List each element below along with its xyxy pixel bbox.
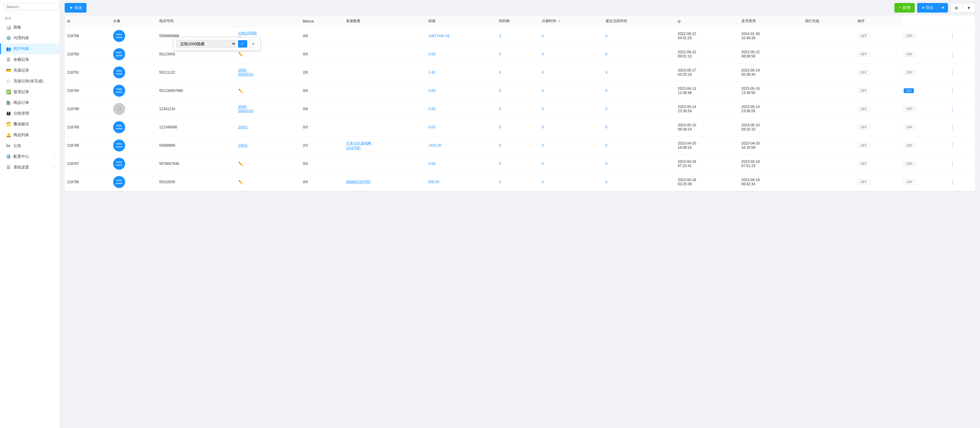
disabled-toggle[interactable]: OFF — [858, 70, 870, 75]
indirect-link[interactable]: 0 — [542, 52, 544, 56]
sidebar-item-product-order[interactable]: 🛍️ 商品订单 — [0, 97, 60, 108]
indirect-link[interactable]: 0 — [542, 162, 544, 166]
more-action-button[interactable]: ⋮ — [950, 142, 955, 149]
balance-link[interactable]: 10017445.43 — [428, 34, 449, 38]
indirect-link[interactable]: 0 — [542, 89, 544, 93]
indirect-link[interactable]: 0 — [542, 180, 544, 184]
direct-link[interactable]: 0 — [499, 125, 501, 129]
direct-link[interactable]: 3 — [499, 34, 501, 38]
balance-link[interactable]: 0.00 — [428, 89, 435, 93]
indirect2-link[interactable]: 0 — [606, 34, 608, 38]
filter-button[interactable]: ▼ 筛选 — [65, 3, 86, 13]
disabled-toggle[interactable]: OFF — [858, 143, 870, 148]
sidebar-item-recharge-incomplete[interactable]: □ 充值记录(未完成) — [0, 76, 60, 86]
table-view-button[interactable]: ⊞ — [950, 3, 963, 13]
disabled-toggle[interactable]: OFF — [858, 52, 870, 57]
line-link[interactable]: 200出 — [238, 125, 248, 129]
more-action-button[interactable]: ⋮ — [950, 69, 955, 76]
direct-link[interactable]: 0 — [499, 143, 501, 148]
indirect-link[interactable]: 0 — [542, 70, 544, 75]
indirect-link[interactable]: 0 — [542, 143, 544, 148]
sidebar-item-dashboard[interactable]: 📊 面板 — [0, 22, 60, 33]
force-charge-toggle[interactable]: OFF — [904, 33, 916, 38]
sidebar-item-system-settings[interactable]: ☰ 系统设置 ‹ — [0, 162, 60, 173]
disabled-toggle[interactable]: OFF — [858, 125, 870, 130]
table-view-dropdown-button[interactable]: ▼ — [963, 3, 975, 13]
indirect2-link[interactable]: 0 — [606, 52, 608, 56]
direct-link[interactable]: 0 — [499, 70, 501, 75]
more-action-button[interactable]: ⋮ — [950, 124, 955, 130]
disabled-toggle[interactable]: OFF — [858, 180, 870, 185]
force-charge-toggle[interactable]: OFF — [904, 125, 916, 130]
sidebar-item-group-management[interactable]: 👨‍👩‍👧 分组管理 — [0, 108, 60, 119]
force-charge-toggle[interactable]: OFF — [904, 52, 916, 57]
popup-confirm-button[interactable]: ✓ — [238, 40, 247, 48]
line-filter-select[interactable]: 总线1000隐藏 — [176, 40, 236, 48]
edit-line-icon[interactable]: ✏️ — [238, 162, 243, 166]
sidebar-item-recharge-record[interactable]: 💳 充值记录 — [0, 65, 60, 76]
balance-link[interactable]: 500.00 — [428, 180, 439, 184]
direct-link[interactable]: 0 — [499, 52, 501, 56]
indirect-link[interactable]: 0 — [542, 107, 544, 111]
disabled-toggle[interactable]: OFF — [858, 88, 870, 93]
balance-link[interactable]: 0.00 — [428, 162, 435, 166]
search-input[interactable] — [3, 3, 59, 11]
edit-line-icon[interactable]: ✏️ — [238, 52, 243, 57]
indirect2-link[interactable]: 0 — [606, 89, 608, 93]
export-button[interactable]: ➤ 导出 — [917, 3, 938, 13]
balance-link[interactable]: 1435.20 — [428, 143, 441, 148]
ref-link[interactable]: 天美社区源码网(218758) — [346, 141, 371, 150]
popup-cancel-button[interactable]: ✕ — [249, 40, 258, 48]
direct-link[interactable]: 0 — [499, 180, 501, 184]
more-action-button[interactable]: ⋮ — [950, 51, 955, 57]
force-charge-toggle[interactable]: OFF — [904, 180, 916, 185]
sidebar-item-stack-mode[interactable]: 🗂️ 叠加模式 — [0, 119, 60, 130]
sidebar-item-agent-list[interactable]: ⚙️ 代理列表 — [0, 33, 60, 43]
more-action-button[interactable]: ⋮ — [950, 33, 955, 39]
line-link[interactable]: 3000-5000SSS — [238, 68, 253, 76]
edit-line-icon[interactable]: ✏️ — [238, 180, 243, 185]
balance-link[interactable]: 0.00 — [428, 52, 435, 56]
line-link[interactable]: 3000-5000SSS — [238, 105, 253, 113]
disabled-toggle[interactable]: OFF — [858, 161, 870, 166]
balance-link[interactable]: 1.40 — [428, 70, 435, 75]
cell-phone: 12341234 — [157, 100, 236, 118]
user-icon: 👥 — [6, 46, 11, 51]
line-link[interactable]: 200出 — [238, 143, 248, 148]
sidebar-item-balance-record[interactable]: ☰ 余额记录 — [0, 54, 60, 65]
sort-reg-icon[interactable]: ⇅ — [558, 19, 560, 23]
force-charge-toggle[interactable]: ON — [904, 88, 914, 93]
indirect2-link[interactable]: 0 — [606, 107, 608, 111]
more-action-button[interactable]: ⋮ — [950, 161, 955, 167]
more-action-button[interactable]: ⋮ — [950, 106, 955, 112]
force-charge-toggle[interactable]: OFF — [904, 161, 916, 166]
direct-link[interactable]: 0 — [499, 162, 501, 166]
add-button[interactable]: + 新增 — [894, 3, 915, 13]
edit-line-icon[interactable]: ✏️ — [238, 89, 243, 93]
direct-link[interactable]: 0 — [499, 89, 501, 93]
balance-link[interactable]: 0.00 — [428, 107, 435, 111]
disabled-toggle[interactable]: OFF — [858, 33, 870, 38]
indirect2-link[interactable]: 0 — [606, 70, 608, 75]
indirect2-link[interactable]: 0 — [606, 125, 608, 129]
sidebar-item-withdrawal[interactable]: ✅ 提现记录 — [0, 86, 60, 97]
indirect2-link[interactable]: 0 — [606, 180, 608, 184]
direct-link[interactable]: 0 — [499, 107, 501, 111]
disabled-toggle[interactable]: OFF — [858, 107, 870, 111]
balance-link[interactable]: 0.00 — [428, 125, 435, 129]
sidebar-item-announcement[interactable]: Bē 公告 — [0, 140, 60, 151]
more-action-button[interactable]: ⋮ — [950, 179, 955, 185]
sidebar-item-product-list[interactable]: 🔔 商品列表 — [0, 130, 60, 140]
indirect2-link[interactable]: 0 — [606, 162, 608, 166]
indirect-link[interactable]: 0 — [542, 34, 544, 38]
force-charge-toggle[interactable]: OFF — [904, 70, 916, 75]
indirect2-link[interactable]: 0 — [606, 143, 608, 148]
more-action-button[interactable]: ⋮ — [950, 88, 955, 94]
export-dropdown-button[interactable]: ▼ — [938, 3, 948, 13]
indirect-link[interactable]: 0 — [542, 125, 544, 129]
force-charge-toggle[interactable]: OFF — [904, 143, 916, 148]
force-charge-toggle[interactable]: OFF — [904, 107, 916, 111]
sidebar-item-user-list[interactable]: 👥 用户列表 — [0, 43, 60, 54]
sidebar-item-config-center[interactable]: ⚙️ 配置中心 ‹ — [0, 151, 60, 162]
ref-link[interactable]: 88888(218785) — [346, 180, 370, 184]
